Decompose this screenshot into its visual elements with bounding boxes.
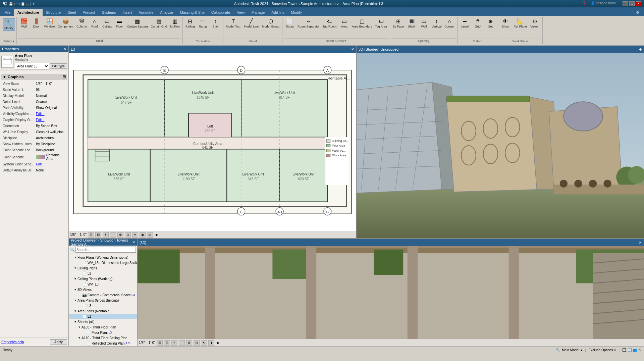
mullion-button[interactable]: ▥ Mullion bbox=[169, 18, 181, 29]
door-button[interactable]: 🚪 Door bbox=[31, 18, 43, 29]
tree-area-gross-l3[interactable]: 📄 L3 bbox=[69, 303, 137, 308]
worksets-icon[interactable]: 🔧 bbox=[556, 348, 560, 352]
tree-a103-floor-l3[interactable]: 📄 Floor Plan: L3 bbox=[69, 330, 137, 335]
tab-file[interactable]: File bbox=[1, 9, 14, 16]
graphics-section-header[interactable]: ▼ Graphics ⊞ bbox=[1, 74, 67, 80]
show-button[interactable]: 👁 Show bbox=[499, 18, 512, 29]
floor-button[interactable]: ▬ Floor bbox=[113, 18, 125, 29]
bottom-sun[interactable]: ☀ bbox=[201, 340, 207, 346]
tile-button[interactable]: ⊟ bbox=[95, 232, 101, 238]
tree-a110-rcp[interactable]: 📄 Reflected Ceiling Plan: L3 bbox=[69, 341, 137, 346]
pb-close[interactable]: ✕ bbox=[132, 240, 135, 245]
room-button[interactable]: ⬜ Room bbox=[284, 18, 296, 29]
3d-view-expand[interactable]: ⊕ bbox=[639, 47, 642, 52]
railing-button[interactable]: ⊟ Railing bbox=[184, 18, 196, 29]
tag-area-button[interactable]: 🏷 Tag Area bbox=[374, 18, 388, 29]
prop-system-color[interactable]: System Color Sche... Edit... bbox=[1, 161, 67, 167]
model-line-button[interactable]: ╱ Model Line bbox=[243, 18, 260, 29]
wall-opening-button[interactable]: ▭ Wall bbox=[418, 18, 430, 29]
shaft-button[interactable]: 🔳 Shaft bbox=[406, 18, 418, 29]
tab-collaborate[interactable]: Collaborate bbox=[208, 9, 233, 16]
modify-button[interactable]: 🔧 Modify bbox=[3, 18, 15, 31]
bottom-zoom-in[interactable]: + bbox=[171, 340, 177, 346]
tree-ceiling-plans-working[interactable]: ▾ Ceiling Plans (Working) bbox=[69, 276, 137, 281]
tree-ceiling-l3[interactable]: 📄 L3 bbox=[69, 271, 137, 276]
tab-steel[interactable]: Steel bbox=[64, 9, 79, 16]
area-boundary-button[interactable]: ▢ Area Boundary bbox=[351, 18, 373, 29]
ref-plane-button[interactable]: 📐 Ref Plane bbox=[512, 18, 528, 29]
3d-view-content[interactable]: Parking SNOWDON PLACE ⊕ bbox=[357, 53, 644, 238]
vertical-button[interactable]: ↕ Vertical bbox=[430, 18, 443, 29]
floor-plan-content[interactable]: E D C B-1 B A Live/Work Unit 647 SF bbox=[69, 53, 356, 231]
tab-structure[interactable]: Structure bbox=[43, 9, 64, 16]
wall-button[interactable]: 🧱 Wall bbox=[18, 18, 30, 29]
properties-close-button[interactable]: ✕ bbox=[63, 47, 66, 51]
area-button[interactable]: ▭ Area bbox=[338, 18, 350, 29]
tab-modify[interactable]: Modify bbox=[287, 9, 305, 16]
tree-wv-l3-dim[interactable]: 📄 WV_L3 - Dimensions Large Scale bbox=[69, 260, 137, 265]
close-button[interactable]: ✕ bbox=[636, 1, 641, 6]
tab-insert[interactable]: Insert bbox=[119, 9, 136, 16]
grid-button[interactable]: # Grid bbox=[472, 18, 484, 29]
sync-icon[interactable]: 🔄 bbox=[628, 348, 632, 352]
model-dropdown[interactable]: ▾ bbox=[581, 348, 582, 352]
zoom-fit[interactable]: ⊕ bbox=[117, 232, 123, 238]
maximize-button[interactable]: □ bbox=[629, 1, 635, 6]
tab-architecture[interactable]: Architecture bbox=[14, 9, 43, 16]
component-button[interactable]: 📦 Component bbox=[57, 18, 75, 29]
bottom-zoom-fit[interactable]: ⊕ bbox=[186, 340, 192, 346]
floor-plan-close[interactable]: ✕ bbox=[351, 47, 354, 52]
tree-area-plans-rentable[interactable]: ▾ Area Plans (Rentable) bbox=[69, 308, 137, 314]
tab-massing[interactable]: Massing & Site bbox=[176, 9, 208, 16]
tab-manage[interactable]: Manage bbox=[248, 9, 268, 16]
worksharing-icon[interactable]: 👥 bbox=[633, 348, 637, 352]
bottom-3d-close[interactable]: ✕ bbox=[639, 241, 642, 245]
set-button[interactable]: ⊕ Set bbox=[484, 18, 496, 29]
bottom-zoom-btn[interactable]: ⊞ bbox=[157, 340, 163, 346]
edit-type-button[interactable]: Edit Type bbox=[50, 63, 67, 69]
exclude-dropdown[interactable]: ▾ bbox=[614, 348, 616, 352]
prop-graphic-display[interactable]: Graphic Display O... Edit... bbox=[1, 117, 67, 123]
properties-help-link[interactable]: Properties help bbox=[1, 340, 24, 344]
apply-button[interactable]: Apply bbox=[50, 339, 67, 345]
tree-a103[interactable]: ▾ A103 - Third Floor Plan bbox=[69, 324, 137, 330]
view-settings[interactable]: ⊙ bbox=[125, 232, 131, 238]
by-face-button[interactable]: ⊞ By Face bbox=[391, 18, 405, 29]
prop-visibility-graphics[interactable]: Visibility/Graphics ... Edit... bbox=[1, 111, 67, 117]
bottom-shadows[interactable]: ◑ bbox=[208, 340, 214, 346]
bottom-zoom-out[interactable]: - bbox=[179, 340, 185, 346]
tree-ceiling-plans[interactable]: ▾ Ceiling Plans bbox=[69, 265, 137, 271]
tab-view[interactable]: View bbox=[233, 9, 248, 16]
prop-color-scheme[interactable]: Color Scheme Rentable Area bbox=[1, 153, 67, 161]
design-options-icon[interactable]: 🔲 bbox=[622, 348, 626, 352]
room-separator-button[interactable]: ↔ Room Separator bbox=[296, 18, 321, 29]
ceiling-button[interactable]: ▭ Ceiling bbox=[101, 18, 113, 29]
tab-systems[interactable]: Systems bbox=[99, 9, 119, 16]
tab-analyze[interactable]: Analyze bbox=[157, 9, 176, 16]
tab-precast[interactable]: Precast bbox=[79, 9, 98, 16]
scale-button[interactable]: ⊞ bbox=[88, 232, 94, 238]
ramp-button[interactable]: 〰 Ramp bbox=[197, 18, 209, 29]
warning-icon[interactable]: ⚠ bbox=[638, 348, 641, 352]
curtain-system-button[interactable]: ▦ Curtain System bbox=[126, 18, 149, 29]
bottom-tile-btn[interactable]: ⊟ bbox=[164, 340, 170, 346]
crop[interactable]: ▭ bbox=[147, 232, 153, 238]
prop-type-select[interactable]: Area Plan: L3 bbox=[15, 63, 49, 69]
tree-sheets-all[interactable]: ▾ Sheets (all) bbox=[69, 319, 137, 324]
tab-annotate[interactable]: Annotate bbox=[135, 9, 157, 16]
model-text-button[interactable]: T Model Text bbox=[225, 18, 242, 29]
tab-settings[interactable]: ⚙ bbox=[633, 9, 643, 16]
level-button[interactable]: ━ Level bbox=[459, 18, 471, 29]
minimize-button[interactable]: ─ bbox=[623, 1, 628, 6]
column-button[interactable]: 🏛 Column bbox=[75, 18, 88, 29]
pb-search-input[interactable] bbox=[75, 247, 136, 253]
zoom-in[interactable]: + bbox=[103, 232, 109, 238]
zoom-out[interactable]: - bbox=[110, 232, 116, 238]
tree-area-rentable-l3[interactable]: 📄 L3 bbox=[69, 314, 137, 319]
stair-button[interactable]: ↕ Stair bbox=[210, 18, 222, 29]
sun-settings[interactable]: ☀ bbox=[132, 232, 138, 238]
viewer-button[interactable]: ⊙ Viewer bbox=[529, 18, 541, 29]
dormer-button[interactable]: ⌂ Dormer bbox=[443, 18, 456, 29]
tree-a110[interactable]: ▾ A110 - Third Floor Ceiling Plan bbox=[69, 335, 137, 341]
bottom-3d-content[interactable] bbox=[138, 246, 644, 339]
